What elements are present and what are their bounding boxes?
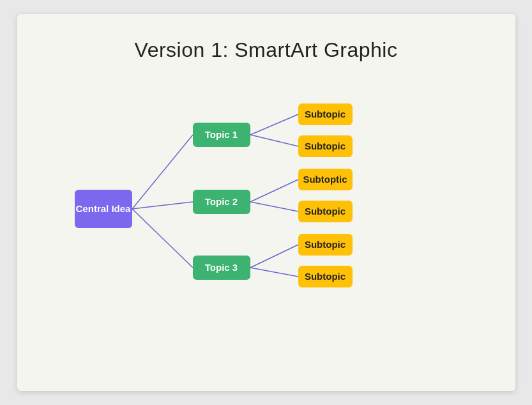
central-idea-node: Central Idea xyxy=(75,190,132,228)
subtopic-3b-node: Subtopic xyxy=(298,266,353,287)
svg-line-5 xyxy=(250,180,298,202)
topic-2-node: Topic 2 xyxy=(193,190,250,214)
slide-title: Version 1: SmartArt Graphic xyxy=(17,14,515,62)
subtopic-1a-node: Subtopic xyxy=(298,103,353,125)
slide: Version 1: SmartArt Graphic Central Ide xyxy=(17,14,515,391)
topic-1-node: Topic 1 xyxy=(193,123,250,147)
svg-line-6 xyxy=(250,202,298,211)
subtopic-2b-node: Subtopic xyxy=(298,201,353,222)
subtopic-2a-node: Subtoptic xyxy=(298,169,353,190)
svg-line-2 xyxy=(132,209,193,268)
svg-line-3 xyxy=(250,114,298,135)
subtopic-1b-node: Subtopic xyxy=(298,135,353,157)
svg-line-8 xyxy=(250,268,298,277)
topic-3-node: Topic 3 xyxy=(193,256,250,280)
diagram: Central Idea Topic 1 Topic 2 Topic 3 Sub… xyxy=(68,91,464,365)
svg-line-0 xyxy=(132,135,193,209)
svg-line-7 xyxy=(250,245,298,268)
svg-line-4 xyxy=(250,135,298,146)
subtopic-3a-node: Subtopic xyxy=(298,234,353,256)
svg-line-1 xyxy=(132,202,193,209)
connector-lines xyxy=(68,91,464,365)
